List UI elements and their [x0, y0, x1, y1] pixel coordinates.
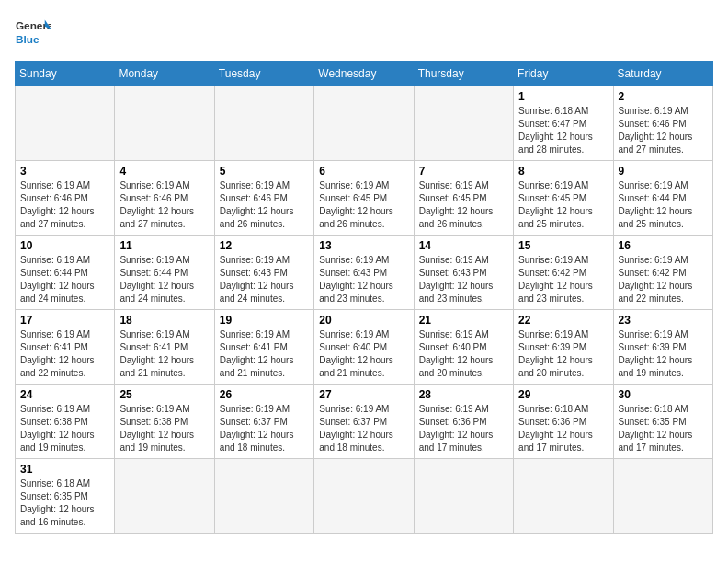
- day-number: 5: [220, 165, 309, 178]
- day-info: Sunrise: 6:19 AM Sunset: 6:46 PM Dayligh…: [619, 105, 708, 156]
- day-number: 26: [220, 388, 309, 401]
- calendar-cell: 29Sunrise: 6:18 AM Sunset: 6:36 PM Dayli…: [514, 385, 613, 459]
- calendar-cell: 17Sunrise: 6:19 AM Sunset: 6:41 PM Dayli…: [16, 310, 115, 385]
- calendar-cell: 10Sunrise: 6:19 AM Sunset: 6:44 PM Dayli…: [16, 236, 115, 310]
- calendar-cell: 3Sunrise: 6:19 AM Sunset: 6:46 PM Daylig…: [16, 161, 115, 236]
- calendar-cell: [214, 86, 313, 161]
- calendar-week-row: 10Sunrise: 6:19 AM Sunset: 6:44 PM Dayli…: [16, 236, 713, 310]
- calendar-cell: [314, 459, 414, 534]
- day-number: 4: [119, 165, 209, 178]
- calendar-cell: 28Sunrise: 6:19 AM Sunset: 6:36 PM Dayli…: [414, 385, 513, 459]
- day-info: Sunrise: 6:19 AM Sunset: 6:43 PM Dayligh…: [419, 254, 508, 305]
- calendar-cell: 24Sunrise: 6:19 AM Sunset: 6:38 PM Dayli…: [16, 385, 115, 459]
- day-info: Sunrise: 6:19 AM Sunset: 6:41 PM Dayligh…: [20, 328, 109, 380]
- svg-text:Blue: Blue: [16, 33, 40, 46]
- calendar-cell: 31Sunrise: 6:18 AM Sunset: 6:35 PM Dayli…: [16, 459, 115, 534]
- calendar-cell: [613, 459, 712, 534]
- calendar-cell: [16, 86, 115, 161]
- calendar-cell: 8Sunrise: 6:19 AM Sunset: 6:45 PM Daylig…: [514, 161, 613, 236]
- day-number: 10: [20, 239, 109, 252]
- calendar-week-row: 24Sunrise: 6:19 AM Sunset: 6:38 PM Dayli…: [16, 385, 713, 459]
- col-header-friday: Friday: [514, 62, 613, 86]
- day-info: Sunrise: 6:19 AM Sunset: 6:46 PM Dayligh…: [20, 179, 109, 231]
- day-number: 24: [20, 388, 109, 401]
- day-number: 31: [20, 463, 109, 476]
- day-number: 16: [619, 239, 708, 252]
- day-number: 27: [319, 388, 408, 401]
- calendar-cell: [115, 459, 214, 534]
- calendar-table: SundayMondayTuesdayWednesdayThursdayFrid…: [15, 61, 713, 534]
- calendar-cell: 14Sunrise: 6:19 AM Sunset: 6:43 PM Dayli…: [414, 236, 513, 310]
- calendar-cell: [414, 86, 513, 161]
- logo-container: General Blue: [15, 15, 51, 52]
- day-info: Sunrise: 6:19 AM Sunset: 6:41 PM Dayligh…: [119, 328, 209, 380]
- day-info: Sunrise: 6:19 AM Sunset: 6:45 PM Dayligh…: [419, 179, 508, 231]
- day-number: 28: [419, 388, 508, 401]
- day-info: Sunrise: 6:19 AM Sunset: 6:40 PM Dayligh…: [319, 328, 408, 380]
- calendar-header-row: SundayMondayTuesdayWednesdayThursdayFrid…: [16, 62, 713, 86]
- calendar-cell: 9Sunrise: 6:19 AM Sunset: 6:44 PM Daylig…: [613, 161, 712, 236]
- calendar-cell: 1Sunrise: 6:18 AM Sunset: 6:47 PM Daylig…: [514, 86, 613, 161]
- day-info: Sunrise: 6:19 AM Sunset: 6:38 PM Dayligh…: [20, 403, 109, 454]
- day-info: Sunrise: 6:19 AM Sunset: 6:37 PM Dayligh…: [220, 403, 309, 454]
- calendar-cell: 12Sunrise: 6:19 AM Sunset: 6:43 PM Dayli…: [214, 236, 313, 310]
- day-number: 25: [119, 388, 209, 401]
- calendar-cell: 30Sunrise: 6:18 AM Sunset: 6:35 PM Dayli…: [613, 385, 712, 459]
- day-info: Sunrise: 6:19 AM Sunset: 6:42 PM Dayligh…: [619, 254, 708, 305]
- calendar-cell: 4Sunrise: 6:19 AM Sunset: 6:46 PM Daylig…: [115, 161, 214, 236]
- day-info: Sunrise: 6:19 AM Sunset: 6:39 PM Dayligh…: [518, 328, 608, 380]
- calendar-cell: 27Sunrise: 6:19 AM Sunset: 6:37 PM Dayli…: [314, 385, 414, 459]
- day-number: 2: [619, 90, 708, 103]
- day-number: 6: [319, 165, 408, 178]
- day-info: Sunrise: 6:19 AM Sunset: 6:41 PM Dayligh…: [220, 328, 309, 380]
- calendar-week-row: 31Sunrise: 6:18 AM Sunset: 6:35 PM Dayli…: [16, 459, 713, 534]
- calendar-cell: 5Sunrise: 6:19 AM Sunset: 6:46 PM Daylig…: [214, 161, 313, 236]
- calendar-cell: 6Sunrise: 6:19 AM Sunset: 6:45 PM Daylig…: [314, 161, 414, 236]
- calendar-cell: 11Sunrise: 6:19 AM Sunset: 6:44 PM Dayli…: [115, 236, 214, 310]
- calendar-cell: 7Sunrise: 6:19 AM Sunset: 6:45 PM Daylig…: [414, 161, 513, 236]
- day-info: Sunrise: 6:19 AM Sunset: 6:44 PM Dayligh…: [20, 254, 109, 305]
- day-number: 22: [518, 314, 608, 327]
- calendar-week-row: 1Sunrise: 6:18 AM Sunset: 6:47 PM Daylig…: [16, 86, 713, 161]
- logo-svg: General Blue: [15, 15, 51, 52]
- day-number: 15: [518, 239, 608, 252]
- day-number: 14: [419, 239, 508, 252]
- calendar-cell: 19Sunrise: 6:19 AM Sunset: 6:41 PM Dayli…: [214, 310, 313, 385]
- day-info: Sunrise: 6:19 AM Sunset: 6:44 PM Dayligh…: [619, 179, 708, 231]
- day-info: Sunrise: 6:19 AM Sunset: 6:37 PM Dayligh…: [319, 403, 408, 454]
- col-header-monday: Monday: [115, 62, 214, 86]
- day-number: 21: [419, 314, 508, 327]
- calendar-cell: [414, 459, 513, 534]
- day-info: Sunrise: 6:18 AM Sunset: 6:35 PM Dayligh…: [619, 403, 708, 454]
- day-info: Sunrise: 6:19 AM Sunset: 6:43 PM Dayligh…: [220, 254, 309, 305]
- col-header-saturday: Saturday: [613, 62, 712, 86]
- day-info: Sunrise: 6:19 AM Sunset: 6:38 PM Dayligh…: [119, 403, 209, 454]
- calendar-cell: 22Sunrise: 6:19 AM Sunset: 6:39 PM Dayli…: [514, 310, 613, 385]
- day-number: 18: [119, 314, 209, 327]
- calendar-cell: 20Sunrise: 6:19 AM Sunset: 6:40 PM Dayli…: [314, 310, 414, 385]
- col-header-sunday: Sunday: [16, 62, 115, 86]
- day-number: 1: [518, 90, 608, 103]
- calendar-cell: 25Sunrise: 6:19 AM Sunset: 6:38 PM Dayli…: [115, 385, 214, 459]
- day-number: 12: [220, 239, 309, 252]
- day-number: 29: [518, 388, 608, 401]
- calendar-cell: 18Sunrise: 6:19 AM Sunset: 6:41 PM Dayli…: [115, 310, 214, 385]
- day-info: Sunrise: 6:19 AM Sunset: 6:45 PM Dayligh…: [319, 179, 408, 231]
- page-header: General Blue: [15, 15, 713, 52]
- day-number: 19: [220, 314, 309, 327]
- day-info: Sunrise: 6:19 AM Sunset: 6:45 PM Dayligh…: [518, 179, 608, 231]
- day-info: Sunrise: 6:19 AM Sunset: 6:46 PM Dayligh…: [220, 179, 309, 231]
- calendar-cell: 16Sunrise: 6:19 AM Sunset: 6:42 PM Dayli…: [613, 236, 712, 310]
- calendar-cell: [314, 86, 414, 161]
- day-number: 20: [319, 314, 408, 327]
- day-number: 23: [619, 314, 708, 327]
- day-number: 7: [419, 165, 508, 178]
- day-number: 30: [619, 388, 708, 401]
- day-info: Sunrise: 6:18 AM Sunset: 6:36 PM Dayligh…: [518, 403, 608, 454]
- day-info: Sunrise: 6:19 AM Sunset: 6:39 PM Dayligh…: [619, 328, 708, 380]
- calendar-cell: [115, 86, 214, 161]
- day-number: 9: [619, 165, 708, 178]
- day-info: Sunrise: 6:19 AM Sunset: 6:44 PM Dayligh…: [119, 254, 209, 305]
- day-info: Sunrise: 6:19 AM Sunset: 6:36 PM Dayligh…: [419, 403, 508, 454]
- day-number: 8: [518, 165, 608, 178]
